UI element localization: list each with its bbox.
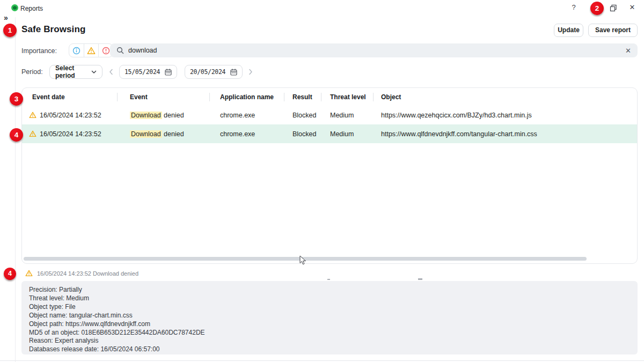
window-bottom-border [0, 360, 644, 361]
clipped-text-fragment [418, 278, 422, 280]
search-match-highlight: Download [130, 112, 162, 119]
threat-level: Medium [321, 130, 373, 138]
event-cell: Download denied [117, 130, 209, 138]
importance-label: Importance: [21, 47, 57, 55]
page-title: Safe Browsing [21, 24, 85, 35]
event-cell: Download denied [117, 112, 209, 119]
event-detail-panel[interactable]: Precision: Partially Threat level: Mediu… [21, 281, 638, 354]
result: Blocked [284, 130, 321, 138]
warning-triangle-icon [25, 270, 33, 277]
mouse-cursor [299, 255, 306, 265]
column-header-event-date[interactable]: Event date [22, 93, 117, 101]
detail-line: Threat level: Medium [29, 294, 630, 303]
detail-line: Object path: https://www.qlfdnevdnjkff.c… [29, 320, 630, 329]
reports-window: { "window": { "title": "Reports" }, "ico… [0, 0, 644, 362]
calendar-icon [230, 69, 237, 76]
importance-info-button[interactable] [69, 44, 84, 57]
date-from-field[interactable]: 15/05/2024 [119, 65, 177, 79]
detail-line: Object type: File [29, 303, 630, 312]
table-row[interactable]: 16/05/2024 14:23:52 Download denied chro… [22, 106, 637, 124]
expand-sidebar-icon[interactable]: » [4, 13, 8, 22]
next-period-icon[interactable] [248, 65, 253, 79]
detail-line: Databases release date: 16/05/2024 06:57… [29, 345, 630, 354]
select-period-value: Select period [55, 64, 91, 79]
date-to-field[interactable]: 20/05/2024 [185, 65, 243, 79]
search-match-highlight: Download [130, 130, 162, 138]
detail-line: Precision: Partially [29, 286, 630, 294]
column-header-object[interactable]: Object [373, 93, 637, 101]
period-label: Period: [21, 68, 43, 76]
app-logo-icon [11, 4, 18, 11]
close-icon[interactable]: ✕ [628, 3, 636, 13]
warning-triangle-icon [29, 130, 36, 137]
event-date: 16/05/2024 14:23:52 [40, 112, 101, 119]
column-header-application-name[interactable]: Application name [209, 93, 284, 101]
search-bar[interactable]: ✕ [110, 43, 638, 57]
clear-search-icon[interactable]: ✕ [625, 47, 631, 54]
event-text: denied [162, 112, 184, 119]
exclamation-circle-icon [102, 47, 110, 55]
annotation-badge-1: 1 [3, 24, 17, 37]
titlebar: Reports ? ✕ [0, 0, 644, 16]
annotation-badge-4: 4 [10, 128, 23, 142]
warning-triangle-icon [29, 112, 36, 119]
sidebar-divider [15, 17, 16, 362]
detail-line: Reason: Expert analysis [29, 337, 630, 345]
table-header-row: Event date Event Application name Result… [22, 88, 637, 106]
detail-line: MD5 of an object: 018E6B653D212E35442DA6… [29, 329, 630, 337]
importance-filter-group [69, 43, 113, 57]
event-date: 16/05/2024 14:23:52 [40, 130, 101, 138]
table-row-selected[interactable]: 16/05/2024 14:23:52 Download denied chro… [22, 124, 637, 143]
save-report-button[interactable]: Save report [588, 24, 638, 37]
select-period-dropdown[interactable]: Select period [49, 65, 103, 79]
detail-header: 16/05/2024 14:23:52 Download denied [25, 270, 138, 277]
window-title: Reports [20, 5, 43, 12]
object-url: https://www.qezehqcicx.com/BJZy/hd3.char… [373, 112, 637, 119]
chevron-down-icon [91, 70, 97, 74]
search-icon [116, 47, 124, 54]
importance-warning-button[interactable] [84, 44, 98, 57]
result: Blocked [284, 112, 321, 119]
calendar-icon [165, 69, 172, 76]
help-button[interactable]: ? [569, 3, 578, 13]
info-circle-icon [72, 47, 80, 55]
annotation-badge-3: 3 [10, 92, 23, 106]
column-header-result[interactable]: Result [284, 93, 321, 101]
previous-period-icon[interactable] [109, 65, 113, 79]
search-input[interactable] [128, 47, 625, 54]
column-header-event[interactable]: Event [117, 93, 209, 101]
annotation-badge-2: 2 [590, 2, 604, 15]
warning-triangle-icon [87, 47, 96, 55]
date-from-value: 15/05/2024 [125, 68, 160, 76]
date-to-value: 20/05/2024 [190, 68, 225, 76]
restore-window-icon[interactable] [610, 4, 617, 12]
column-header-threat-level[interactable]: Threat level [321, 93, 373, 101]
event-text: denied [162, 130, 184, 138]
application-name: chrome.exe [209, 130, 284, 138]
detail-line: Object name: tangular-chart.min.css [29, 312, 630, 320]
object-url: https://www.qlfdnevdnjkff.com/tangular-c… [373, 130, 637, 138]
annotation-badge-4b: 4 [4, 268, 16, 280]
application-name: chrome.exe [209, 112, 284, 119]
events-table: Event date Event Application name Result… [21, 87, 638, 264]
update-button[interactable]: Update [554, 24, 583, 37]
threat-level: Medium [321, 112, 373, 119]
clipped-text-fragment [327, 279, 330, 280]
detail-header-text: 16/05/2024 14:23:52 Download denied [37, 270, 138, 277]
